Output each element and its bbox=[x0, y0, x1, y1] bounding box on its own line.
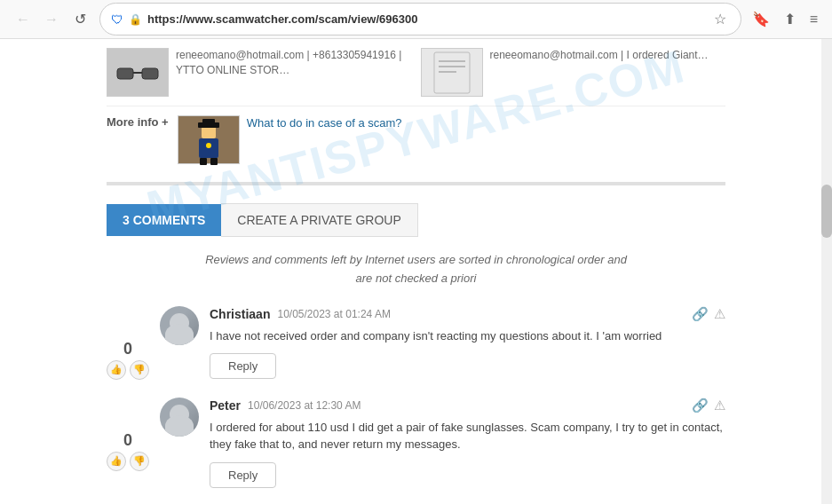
vote-count-2: 0 bbox=[123, 431, 132, 450]
svg-rect-10 bbox=[202, 119, 215, 124]
scrollbar-area[interactable] bbox=[821, 39, 832, 504]
svg-rect-0 bbox=[117, 68, 133, 79]
svg-rect-1 bbox=[142, 68, 158, 79]
downvote-button-1[interactable]: 👎 bbox=[130, 360, 149, 380]
card-text-2: reneeomano@hotmail.com | I ordered Giant… bbox=[490, 48, 709, 63]
comment-body-1: Christiaan 10/05/2023 at 01:24 AM 🔗 ⚠ I … bbox=[210, 306, 725, 380]
refresh-button[interactable]: ↺ bbox=[67, 7, 92, 32]
more-info-link[interactable]: More info + bbox=[107, 115, 169, 129]
comment-meta-1: Christiaan 10/05/2023 at 01:24 AM 🔗 ⚠ bbox=[210, 306, 725, 322]
shield-icon: 🛡 bbox=[111, 12, 123, 27]
page-wrapper: MYANTISPYWARE.COM reneeomano@hotmail.com… bbox=[0, 39, 832, 504]
related-card-1: reneeomano@hotmail.com | +8613305941916 … bbox=[107, 48, 412, 97]
comments-note: Reviews and comments left by Internet us… bbox=[107, 251, 725, 288]
card-thumb-glasses bbox=[107, 48, 169, 97]
downvote-button-2[interactable]: 👎 bbox=[130, 452, 149, 471]
comment-author-1: Christiaan bbox=[210, 307, 270, 321]
comment-item-2: 0 👍 👎 Peter bbox=[107, 398, 725, 488]
comment-author-2: Peter bbox=[210, 398, 241, 413]
comment-meta-2: Peter 10/06/2023 at 12:30 AM 🔗 ⚠ bbox=[210, 398, 725, 413]
svg-rect-8 bbox=[202, 126, 216, 138]
flag-icon-1[interactable]: ⚠ bbox=[714, 306, 725, 322]
comments-header: 3 COMMENTS CREATE A PRIVATE GROUP bbox=[107, 203, 725, 237]
create-group-link[interactable]: CREATE A PRIVATE GROUP bbox=[221, 203, 417, 237]
vote-buttons-1: 👍 👎 bbox=[107, 360, 149, 380]
nav-buttons: ← → ↺ bbox=[11, 7, 92, 32]
comment-actions-right-2: 🔗 ⚠ bbox=[692, 398, 725, 413]
forward-button[interactable]: → bbox=[39, 7, 64, 32]
svg-point-11 bbox=[206, 143, 211, 148]
more-info-article-link[interactable]: What to do in case of a scam? bbox=[247, 116, 402, 130]
top-section: reneeomano@hotmail.com | +8613305941916 … bbox=[0, 39, 832, 182]
vote-count-1: 0 bbox=[123, 340, 132, 358]
back-button[interactable]: ← bbox=[11, 7, 36, 32]
svg-rect-3 bbox=[434, 52, 470, 93]
more-icon[interactable]: ≡ bbox=[806, 8, 821, 31]
vote-col-2: 0 👍 👎 bbox=[107, 398, 149, 488]
card-thumb-paper bbox=[421, 48, 483, 97]
comment-item: 0 👍 👎 Christiaa bbox=[107, 306, 725, 380]
star-icon[interactable]: ☆ bbox=[710, 7, 730, 31]
address-text: https://www.scamwatcher.com/scam/view/69… bbox=[147, 12, 705, 26]
avatar-2 bbox=[160, 398, 199, 437]
vote-col-1: 0 👍 👎 bbox=[107, 306, 149, 380]
comment-actions-right-1: 🔗 ⚠ bbox=[692, 306, 725, 322]
scrollbar-thumb[interactable] bbox=[821, 185, 832, 238]
comments-section: 3 COMMENTS CREATE A PRIVATE GROUP Review… bbox=[0, 185, 832, 504]
comment-text-1: I have not received order and company is… bbox=[210, 327, 725, 345]
more-info-card: What to do in case of a scam? bbox=[178, 115, 402, 164]
reply-button-1[interactable]: Reply bbox=[210, 353, 276, 379]
more-info-text: What to do in case of a scam? bbox=[247, 115, 402, 130]
svg-rect-13 bbox=[210, 158, 218, 165]
comment-date-1: 10/05/2023 at 01:24 AM bbox=[277, 308, 390, 320]
lego-thumb bbox=[178, 115, 240, 164]
reply-button-2[interactable]: Reply bbox=[210, 462, 276, 488]
related-cards: reneeomano@hotmail.com | +8613305941916 … bbox=[107, 48, 725, 97]
related-card-2: reneeomano@hotmail.com | I ordered Giant… bbox=[421, 48, 726, 97]
more-info-section: More info + bbox=[107, 106, 725, 173]
flag-icon-2[interactable]: ⚠ bbox=[714, 398, 725, 413]
avatar-1 bbox=[160, 306, 199, 345]
avatar-inner-2 bbox=[160, 398, 199, 437]
link-icon-1[interactable]: 🔗 bbox=[692, 306, 709, 322]
comments-count-badge[interactable]: 3 COMMENTS bbox=[107, 204, 221, 236]
upvote-button-2[interactable]: 👍 bbox=[107, 452, 126, 471]
card-text-1: reneeomano@hotmail.com | +8613305941916 … bbox=[176, 48, 412, 78]
address-bar[interactable]: 🛡 🔒 https://www.scamwatcher.com/scam/vie… bbox=[99, 3, 741, 35]
comment-text-2: I ordered for about 110 usd I did get a … bbox=[210, 419, 725, 453]
page-content: MYANTISPYWARE.COM reneeomano@hotmail.com… bbox=[0, 39, 832, 504]
upvote-button-1[interactable]: 👍 bbox=[107, 360, 126, 380]
browser-chrome: ← → ↺ 🛡 🔒 https://www.scamwatcher.com/sc… bbox=[0, 0, 832, 39]
avatar-inner-1 bbox=[160, 306, 199, 345]
link-icon-2[interactable]: 🔗 bbox=[692, 398, 709, 413]
comment-date-2: 10/06/2023 at 12:30 AM bbox=[248, 399, 361, 412]
share-icon[interactable]: ⬆ bbox=[780, 7, 799, 31]
bookmark-icon[interactable]: 🔖 bbox=[749, 7, 773, 31]
comment-body-2: Peter 10/06/2023 at 12:30 AM 🔗 ⚠ I order… bbox=[210, 398, 725, 488]
lock-icon: 🔒 bbox=[129, 13, 142, 26]
vote-buttons-2: 👍 👎 bbox=[107, 452, 149, 471]
svg-rect-12 bbox=[200, 158, 207, 165]
